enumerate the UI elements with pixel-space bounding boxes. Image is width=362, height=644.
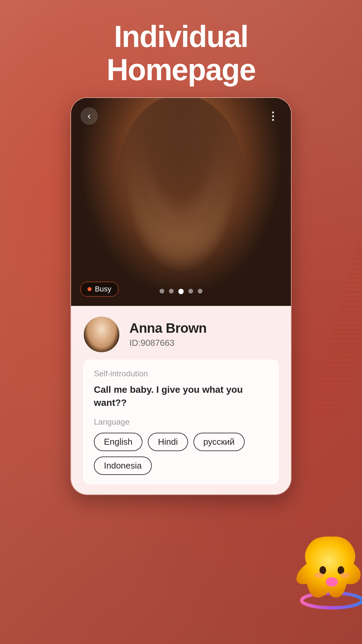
page-title: Individual Homepage bbox=[0, 20, 362, 87]
profile-photo bbox=[71, 98, 291, 306]
back-button[interactable]: ‹ bbox=[80, 107, 98, 125]
profile-name: Anna Brown bbox=[129, 321, 207, 336]
busy-status-badge: Busy bbox=[80, 282, 118, 297]
language-label: Language bbox=[94, 417, 268, 427]
profile-info-row: Anna Brown ID:9087663 bbox=[83, 316, 279, 353]
dot-5[interactable] bbox=[198, 289, 202, 293]
lang-tag-russian[interactable]: русский bbox=[193, 433, 245, 451]
busy-dot-icon bbox=[87, 287, 92, 291]
decorative-lines bbox=[322, 221, 362, 423]
intro-label: Self-introdution bbox=[94, 369, 268, 378]
intro-card: Self-introdution Call me baby. I give yo… bbox=[83, 360, 279, 484]
dot-4[interactable] bbox=[188, 289, 193, 293]
lang-tag-hindi[interactable]: Hindi bbox=[148, 433, 188, 451]
phone-mockup: ‹ ⋮ Busy Anna Brown ID:9087663 bbox=[70, 97, 292, 495]
lang-tag-indonesia[interactable]: Indonesia bbox=[94, 457, 152, 475]
intro-text: Call me baby. I give you what you want?? bbox=[94, 383, 268, 409]
lang-tag-english[interactable]: English bbox=[94, 433, 142, 451]
dot-2[interactable] bbox=[169, 289, 174, 293]
busy-status-text: Busy bbox=[95, 285, 111, 293]
star-mascot bbox=[295, 530, 362, 604]
svg-point-4 bbox=[314, 573, 324, 578]
more-menu-button[interactable]: ⋮ bbox=[264, 107, 282, 125]
dot-3[interactable] bbox=[178, 289, 184, 294]
avatar bbox=[83, 316, 120, 353]
profile-id: ID:9087663 bbox=[129, 338, 207, 348]
dot-1[interactable] bbox=[160, 289, 164, 293]
profile-section: Anna Brown ID:9087663 Self-introdution C… bbox=[71, 306, 291, 494]
svg-point-5 bbox=[340, 573, 349, 578]
profile-text: Anna Brown ID:9087663 bbox=[129, 321, 207, 348]
photo-section: ‹ ⋮ Busy bbox=[71, 98, 291, 306]
language-tags: English Hindi русский Indonesia bbox=[94, 433, 268, 475]
photo-dots-indicator bbox=[160, 289, 202, 294]
